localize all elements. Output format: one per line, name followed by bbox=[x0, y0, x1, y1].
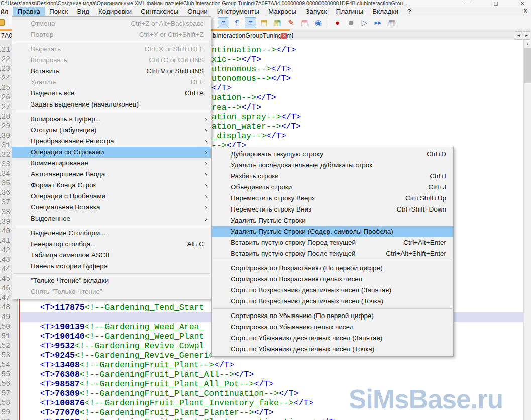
edit-menu-item-10[interactable]: Копировать в Буфер...› bbox=[12, 114, 211, 125]
scrollbar-thumb[interactable] bbox=[524, 48, 531, 83]
code-line-160[interactable]: <T>97997<!--GardeningFruit_Plant_Planter… bbox=[20, 417, 339, 420]
line-number[interactable]: 154 bbox=[0, 360, 10, 370]
code-line-129[interactable]: ation_water--></T> bbox=[211, 122, 523, 131]
show-all-characters-icon[interactable]: ¶ bbox=[231, 17, 243, 28]
maximize-button[interactable]: ▢ bbox=[488, 0, 503, 7]
macro-stop-icon[interactable]: ■ bbox=[345, 17, 357, 28]
line-number[interactable]: 145 bbox=[0, 274, 10, 284]
menubar-item-7[interactable]: Инструменты bbox=[213, 7, 264, 16]
line-ops-item-13[interactable]: Сорт. по Возрастанию десятичных чисел (З… bbox=[212, 285, 453, 296]
line-ops-item-11[interactable]: Сортировка по Возрастанию (По первой циф… bbox=[212, 263, 453, 274]
menubar-item-1[interactable]: Правка bbox=[13, 7, 45, 16]
tab-close-icon[interactable]: ✕ bbox=[281, 33, 287, 39]
edit-menu-item-19[interactable]: Выделенное› bbox=[12, 213, 211, 224]
line-number[interactable]: 125 bbox=[0, 83, 10, 93]
line-ops-item-3[interactable]: Объединить строкиCtrl+J bbox=[212, 182, 453, 193]
line-number[interactable]: 129 bbox=[0, 122, 10, 131]
line-number[interactable]: 140 bbox=[0, 227, 10, 236]
line-ops-item-14[interactable]: Сорт. по Возрастанию десятичных чисел (Т… bbox=[212, 296, 453, 307]
line-ops-item-0[interactable]: Дублировать текущую строкуCtrl+D bbox=[212, 149, 453, 160]
macro-save-icon[interactable]: ▦ bbox=[386, 17, 397, 28]
indent-guide-icon[interactable]: ≡ bbox=[245, 17, 256, 28]
word-wrap-icon[interactable]: ≡ bbox=[218, 17, 229, 28]
code-line-123[interactable]: utonomous--></T> bbox=[211, 64, 523, 74]
code-line-154[interactable]: <T>13408<!--GardeningFruit_Plant--></T> bbox=[20, 360, 234, 370]
edit-menu-item-21[interactable]: Выделение Столбцом... bbox=[12, 228, 211, 239]
menubar-item-2[interactable]: Поиск bbox=[45, 7, 72, 16]
menubar-item-4[interactable]: Кодировки bbox=[94, 7, 136, 16]
line-number[interactable]: 148 bbox=[0, 303, 10, 312]
code-line-127[interactable]: rea--></T> bbox=[211, 102, 523, 112]
edit-menu-item-18[interactable]: Специальная Вставка› bbox=[12, 202, 211, 213]
line-ops-item-7[interactable]: Удалить Пустые Строки (Содер. символы Пр… bbox=[212, 226, 453, 237]
edit-menu-item-16[interactable]: Формат Конца Строк› bbox=[12, 180, 211, 191]
menubar-item-9[interactable]: Запуск bbox=[301, 7, 331, 16]
open-folder-icon[interactable] bbox=[0, 19, 5, 26]
code-line-148[interactable]: <T>117875<!--Gardening_Tend_Start bbox=[20, 303, 211, 312]
code-line-158[interactable]: <T>100876<!--GardeningFruit_Plant_Invent… bbox=[20, 398, 313, 408]
line-number[interactable]: 149 bbox=[0, 312, 10, 322]
macro-play-icon[interactable]: ▷ bbox=[359, 17, 370, 28]
line-number[interactable]: 135 bbox=[0, 179, 10, 188]
edit-menu-item-8[interactable]: Задать выделение (начало/конец) bbox=[12, 99, 211, 110]
menubar-item-3[interactable]: Вид bbox=[72, 7, 93, 16]
line-number[interactable]: 151 bbox=[0, 332, 10, 341]
code-line-122[interactable]: xic--></T> bbox=[211, 55, 523, 64]
tab-scroll-left-button[interactable]: ◂ bbox=[515, 31, 522, 40]
minimize-button[interactable]: — bbox=[461, 0, 476, 7]
line-number[interactable]: 123 bbox=[0, 64, 10, 74]
line-number[interactable]: 136 bbox=[0, 188, 10, 198]
line-number[interactable]: 157 bbox=[0, 389, 10, 398]
edit-menu-item-27[interactable]: Снять "Только Чтение" bbox=[12, 286, 211, 297]
line-number[interactable]: 121 bbox=[0, 45, 10, 55]
edit-menu-item-7[interactable]: Выделить всёCtrl+A bbox=[12, 88, 211, 99]
monitoring-icon[interactable]: ◉ bbox=[312, 17, 324, 28]
line-number[interactable]: 158 bbox=[0, 398, 10, 408]
line-number[interactable]: 147 bbox=[0, 293, 10, 303]
edit-menu-item-17[interactable]: Операции с Пробелами› bbox=[12, 191, 211, 202]
menubar-item-0[interactable]: йл bbox=[0, 7, 13, 16]
line-ops-item-5[interactable]: Переместить строку ВнизCtrl+Shift+Down bbox=[212, 204, 453, 215]
edit-menu-item-24[interactable]: Панель истории Буфера bbox=[12, 261, 211, 272]
line-number[interactable]: 137 bbox=[0, 198, 10, 207]
line-number[interactable]: 139 bbox=[0, 217, 10, 227]
line-number[interactable]: 131 bbox=[0, 141, 10, 150]
edit-menu-item-12[interactable]: Преобразование Регистра› bbox=[12, 136, 211, 147]
line-ops-item-16[interactable]: Сортировка по Убыванию (По первой цифре) bbox=[212, 310, 453, 322]
edit-menu-item-3[interactable]: ВырезатьCtrl+X or Shift+DEL bbox=[12, 44, 211, 55]
line-number[interactable]: 160 bbox=[0, 417, 10, 420]
code-line-125[interactable]: </T> bbox=[211, 83, 523, 93]
code-line-128[interactable]: ation_spray--></T> bbox=[211, 112, 523, 122]
line-number[interactable]: 146 bbox=[0, 284, 10, 293]
line-number[interactable]: 134 bbox=[0, 169, 10, 179]
menubar-item-6[interactable]: Опции bbox=[183, 7, 213, 16]
line-number[interactable]: 141 bbox=[0, 236, 10, 246]
code-line-151[interactable]: <T>190140<!--Gardening_Weed_Plant bbox=[20, 332, 211, 341]
line-number[interactable]: 159 bbox=[0, 408, 10, 417]
menubar-item-8[interactable]: Макросы bbox=[264, 7, 301, 16]
edit-menu-item-4[interactable]: КопироватьCtrl+C or Ctrl+INS bbox=[12, 55, 211, 66]
macro-record-icon[interactable]: ● bbox=[332, 17, 343, 28]
line-number[interactable]: 143 bbox=[0, 255, 10, 265]
edit-menu-item-0[interactable]: ОтменаCtrl+Z or Alt+Backspace bbox=[12, 18, 211, 29]
code-line-124[interactable]: utonomous--></T> bbox=[211, 74, 523, 83]
line-number[interactable]: 156 bbox=[0, 379, 10, 389]
macro-run-multiple-icon[interactable]: ▶▶ bbox=[372, 17, 384, 28]
edit-menu-item-23[interactable]: Таблица символов ASCII bbox=[12, 250, 211, 261]
code-line-150[interactable]: <T>190139<!--Gardening_Weed_Area_ bbox=[20, 322, 211, 332]
edit-menu-item-26[interactable]: "Только Чтение" вкладки bbox=[12, 275, 211, 286]
function-list-icon[interactable]: ✎ bbox=[285, 17, 297, 28]
folder-as-workspace-icon[interactable]: ▤ bbox=[299, 17, 310, 28]
line-number[interactable]: 144 bbox=[0, 265, 10, 274]
edit-menu-item-13[interactable]: Операции со Строками› bbox=[12, 147, 211, 158]
menubar-item-5[interactable]: Синтаксисы bbox=[136, 7, 183, 16]
line-number[interactable]: 124 bbox=[0, 74, 10, 83]
menubar-item-10[interactable]: Плагины bbox=[331, 7, 368, 16]
menubar-close-icon[interactable]: X bbox=[522, 8, 529, 15]
line-number[interactable]: 130 bbox=[0, 131, 10, 141]
line-ops-item-2[interactable]: Разбить строкиCtrl+I bbox=[212, 171, 453, 182]
code-line-155[interactable]: <T>76308<!--GardeningFruit_Plant_All--><… bbox=[20, 370, 254, 379]
code-line-152[interactable]: <T>9532<!--Gardening_Revive_Cowpl bbox=[20, 341, 211, 351]
line-number[interactable]: 126 bbox=[0, 93, 10, 102]
line-number[interactable]: 138 bbox=[0, 207, 10, 217]
